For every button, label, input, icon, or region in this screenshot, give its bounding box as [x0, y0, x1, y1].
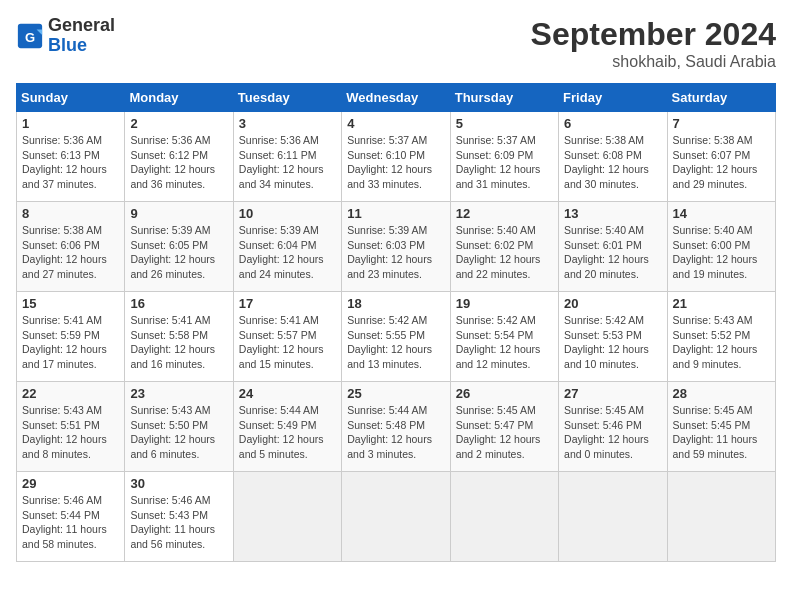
calendar-cell: 7 Sunrise: 5:38 AMSunset: 6:07 PMDayligh… — [667, 112, 775, 202]
calendar-cell: 13 Sunrise: 5:40 AMSunset: 6:01 PMDaylig… — [559, 202, 667, 292]
calendar-cell: 5 Sunrise: 5:37 AMSunset: 6:09 PMDayligh… — [450, 112, 558, 202]
day-number: 17 — [239, 296, 336, 311]
calendar-cell: 1 Sunrise: 5:36 AMSunset: 6:13 PMDayligh… — [17, 112, 125, 202]
logo-icon: G — [16, 22, 44, 50]
day-info: Sunrise: 5:43 AMSunset: 5:50 PMDaylight:… — [130, 404, 215, 460]
calendar-cell: 11 Sunrise: 5:39 AMSunset: 6:03 PMDaylig… — [342, 202, 450, 292]
calendar-cell: 22 Sunrise: 5:43 AMSunset: 5:51 PMDaylig… — [17, 382, 125, 472]
calendar-cell — [667, 472, 775, 562]
day-info: Sunrise: 5:36 AMSunset: 6:13 PMDaylight:… — [22, 134, 107, 190]
calendar-cell: 3 Sunrise: 5:36 AMSunset: 6:11 PMDayligh… — [233, 112, 341, 202]
day-info: Sunrise: 5:38 AMSunset: 6:07 PMDaylight:… — [673, 134, 758, 190]
day-number: 30 — [130, 476, 227, 491]
day-info: Sunrise: 5:39 AMSunset: 6:05 PMDaylight:… — [130, 224, 215, 280]
day-info: Sunrise: 5:37 AMSunset: 6:10 PMDaylight:… — [347, 134, 432, 190]
svg-text:G: G — [25, 29, 35, 44]
calendar-week-5: 29 Sunrise: 5:46 AMSunset: 5:44 PMDaylig… — [17, 472, 776, 562]
day-number: 23 — [130, 386, 227, 401]
header-tuesday: Tuesday — [233, 84, 341, 112]
day-info: Sunrise: 5:46 AMSunset: 5:43 PMDaylight:… — [130, 494, 215, 550]
calendar-cell: 25 Sunrise: 5:44 AMSunset: 5:48 PMDaylig… — [342, 382, 450, 472]
calendar-cell: 28 Sunrise: 5:45 AMSunset: 5:45 PMDaylig… — [667, 382, 775, 472]
day-info: Sunrise: 5:44 AMSunset: 5:48 PMDaylight:… — [347, 404, 432, 460]
calendar-cell: 21 Sunrise: 5:43 AMSunset: 5:52 PMDaylig… — [667, 292, 775, 382]
calendar-cell: 14 Sunrise: 5:40 AMSunset: 6:00 PMDaylig… — [667, 202, 775, 292]
header-sunday: Sunday — [17, 84, 125, 112]
calendar-body: 1 Sunrise: 5:36 AMSunset: 6:13 PMDayligh… — [17, 112, 776, 562]
day-info: Sunrise: 5:36 AMSunset: 6:12 PMDaylight:… — [130, 134, 215, 190]
logo-blue: Blue — [48, 36, 115, 56]
day-number: 28 — [673, 386, 770, 401]
logo-text: General Blue — [48, 16, 115, 56]
day-number: 11 — [347, 206, 444, 221]
title-block: September 2024 shokhaib, Saudi Arabia — [531, 16, 776, 71]
logo: G General Blue — [16, 16, 115, 56]
day-info: Sunrise: 5:38 AMSunset: 6:06 PMDaylight:… — [22, 224, 107, 280]
day-info: Sunrise: 5:41 AMSunset: 5:57 PMDaylight:… — [239, 314, 324, 370]
day-info: Sunrise: 5:45 AMSunset: 5:45 PMDaylight:… — [673, 404, 758, 460]
day-info: Sunrise: 5:41 AMSunset: 5:59 PMDaylight:… — [22, 314, 107, 370]
calendar-cell: 2 Sunrise: 5:36 AMSunset: 6:12 PMDayligh… — [125, 112, 233, 202]
day-number: 2 — [130, 116, 227, 131]
calendar-cell — [342, 472, 450, 562]
logo-general: General — [48, 16, 115, 36]
calendar-cell: 17 Sunrise: 5:41 AMSunset: 5:57 PMDaylig… — [233, 292, 341, 382]
page-header: G General Blue September 2024 shokhaib, … — [16, 16, 776, 71]
day-number: 27 — [564, 386, 661, 401]
day-number: 13 — [564, 206, 661, 221]
day-number: 29 — [22, 476, 119, 491]
day-info: Sunrise: 5:42 AMSunset: 5:55 PMDaylight:… — [347, 314, 432, 370]
calendar-cell: 19 Sunrise: 5:42 AMSunset: 5:54 PMDaylig… — [450, 292, 558, 382]
calendar-cell: 6 Sunrise: 5:38 AMSunset: 6:08 PMDayligh… — [559, 112, 667, 202]
day-number: 20 — [564, 296, 661, 311]
calendar-cell: 29 Sunrise: 5:46 AMSunset: 5:44 PMDaylig… — [17, 472, 125, 562]
day-number: 5 — [456, 116, 553, 131]
calendar-cell: 8 Sunrise: 5:38 AMSunset: 6:06 PMDayligh… — [17, 202, 125, 292]
calendar-cell: 15 Sunrise: 5:41 AMSunset: 5:59 PMDaylig… — [17, 292, 125, 382]
day-info: Sunrise: 5:36 AMSunset: 6:11 PMDaylight:… — [239, 134, 324, 190]
day-number: 4 — [347, 116, 444, 131]
calendar-header: Sunday Monday Tuesday Wednesday Thursday… — [17, 84, 776, 112]
calendar-cell — [233, 472, 341, 562]
day-info: Sunrise: 5:43 AMSunset: 5:51 PMDaylight:… — [22, 404, 107, 460]
month-title: September 2024 — [531, 16, 776, 53]
day-number: 6 — [564, 116, 661, 131]
day-number: 3 — [239, 116, 336, 131]
day-number: 22 — [22, 386, 119, 401]
calendar-cell: 18 Sunrise: 5:42 AMSunset: 5:55 PMDaylig… — [342, 292, 450, 382]
day-info: Sunrise: 5:42 AMSunset: 5:54 PMDaylight:… — [456, 314, 541, 370]
day-number: 26 — [456, 386, 553, 401]
calendar-cell — [559, 472, 667, 562]
day-number: 10 — [239, 206, 336, 221]
day-info: Sunrise: 5:45 AMSunset: 5:47 PMDaylight:… — [456, 404, 541, 460]
day-number: 21 — [673, 296, 770, 311]
day-info: Sunrise: 5:41 AMSunset: 5:58 PMDaylight:… — [130, 314, 215, 370]
day-info: Sunrise: 5:39 AMSunset: 6:04 PMDaylight:… — [239, 224, 324, 280]
day-number: 15 — [22, 296, 119, 311]
day-number: 12 — [456, 206, 553, 221]
calendar-cell: 24 Sunrise: 5:44 AMSunset: 5:49 PMDaylig… — [233, 382, 341, 472]
calendar-table: Sunday Monday Tuesday Wednesday Thursday… — [16, 83, 776, 562]
calendar-cell: 23 Sunrise: 5:43 AMSunset: 5:50 PMDaylig… — [125, 382, 233, 472]
calendar-cell: 9 Sunrise: 5:39 AMSunset: 6:05 PMDayligh… — [125, 202, 233, 292]
header-row: Sunday Monday Tuesday Wednesday Thursday… — [17, 84, 776, 112]
day-number: 16 — [130, 296, 227, 311]
day-number: 18 — [347, 296, 444, 311]
header-wednesday: Wednesday — [342, 84, 450, 112]
calendar-cell: 20 Sunrise: 5:42 AMSunset: 5:53 PMDaylig… — [559, 292, 667, 382]
calendar-week-1: 1 Sunrise: 5:36 AMSunset: 6:13 PMDayligh… — [17, 112, 776, 202]
header-thursday: Thursday — [450, 84, 558, 112]
calendar-cell: 27 Sunrise: 5:45 AMSunset: 5:46 PMDaylig… — [559, 382, 667, 472]
day-info: Sunrise: 5:37 AMSunset: 6:09 PMDaylight:… — [456, 134, 541, 190]
calendar-cell: 10 Sunrise: 5:39 AMSunset: 6:04 PMDaylig… — [233, 202, 341, 292]
day-info: Sunrise: 5:40 AMSunset: 6:01 PMDaylight:… — [564, 224, 649, 280]
day-info: Sunrise: 5:39 AMSunset: 6:03 PMDaylight:… — [347, 224, 432, 280]
day-info: Sunrise: 5:44 AMSunset: 5:49 PMDaylight:… — [239, 404, 324, 460]
day-info: Sunrise: 5:40 AMSunset: 6:02 PMDaylight:… — [456, 224, 541, 280]
day-number: 1 — [22, 116, 119, 131]
day-info: Sunrise: 5:43 AMSunset: 5:52 PMDaylight:… — [673, 314, 758, 370]
header-saturday: Saturday — [667, 84, 775, 112]
day-info: Sunrise: 5:42 AMSunset: 5:53 PMDaylight:… — [564, 314, 649, 370]
calendar-cell: 12 Sunrise: 5:40 AMSunset: 6:02 PMDaylig… — [450, 202, 558, 292]
day-number: 7 — [673, 116, 770, 131]
